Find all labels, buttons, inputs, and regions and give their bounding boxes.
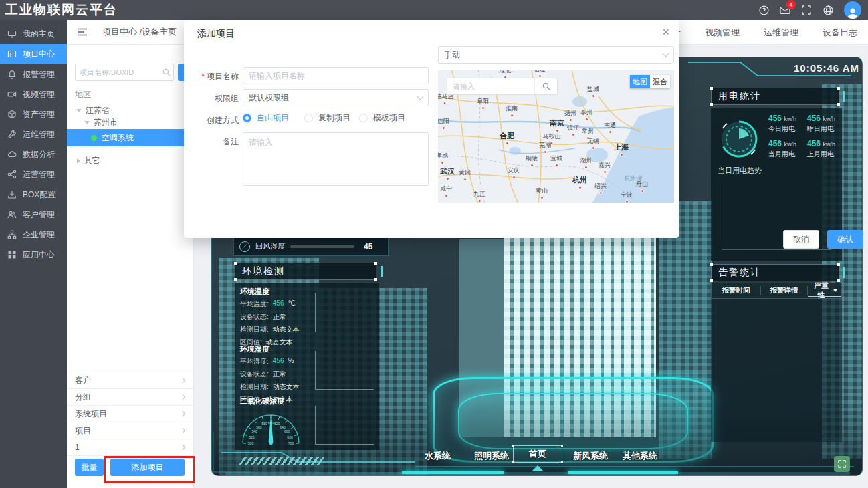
add-project-button[interactable]: 添加项目 <box>110 459 185 476</box>
sidebar-nav: 我的主页 项目中心 报警管理 视频管理 资产管理 运维管理 数据分析 运营管理 <box>0 20 67 488</box>
name-label: 项目名称 <box>191 71 239 82</box>
power-donut-gauge <box>716 116 762 162</box>
map-search-icon[interactable] <box>534 78 557 94</box>
return-air-slider[interactable] <box>290 245 354 248</box>
radio-template-project[interactable]: 模板项目 <box>359 112 405 124</box>
chevron-right-icon <box>180 411 185 416</box>
project-tree-panel: 地区 江苏省 苏州市 空调系统 其它 客户 分组 系统项目 项目 1 批量 添加… <box>67 45 194 488</box>
remark-label: 备注 <box>191 136 239 148</box>
cube-icon <box>7 110 17 119</box>
link-projects[interactable]: 项目 <box>67 422 193 439</box>
permission-group-select[interactable]: 默认权限组 <box>243 89 429 106</box>
tab-device-log[interactable]: 设备日志 <box>823 27 857 39</box>
map-search-input[interactable] <box>447 78 534 94</box>
link-one[interactable]: 1 <box>67 439 193 455</box>
tab-ops-mgmt[interactable]: 运维管理 <box>764 27 798 39</box>
tree-node-ac-system-selected[interactable]: 空调系统 <box>67 129 193 146</box>
fullscreen-icon[interactable] <box>801 5 812 15</box>
sidebar-item-alarms[interactable]: 报警管理 <box>0 64 67 84</box>
power-panel-body: 456 kw/h 今日用电 456 kw/h 昨日用电 456 kw/h 当月用… <box>711 108 842 261</box>
chevron-down-icon <box>417 94 424 100</box>
confirm-button[interactable]: 确认 <box>827 230 863 249</box>
share-nodes-icon <box>7 170 17 179</box>
alarm-table-body <box>711 299 842 442</box>
co2-title: 二氧化碳浓度 <box>240 396 284 406</box>
apps-grid-icon <box>7 250 17 259</box>
create-mode-label: 创建方式 <box>191 115 239 126</box>
link-system-projects[interactable]: 系统项目 <box>67 405 193 422</box>
language-globe-icon[interactable] <box>823 5 833 15</box>
sidebar-item-home[interactable]: 我的主页 <box>0 24 67 44</box>
tab-home[interactable]: 首页 <box>513 445 562 463</box>
env-humidity-title: 环境湿度 <box>240 344 269 354</box>
tab-other-system[interactable]: 其他系统 <box>623 450 657 462</box>
sidebar-item-ops[interactable]: 运维管理 <box>0 124 67 144</box>
tree-node-other[interactable]: 其它 <box>77 155 100 166</box>
radio-checked-icon <box>243 114 251 122</box>
location-map[interactable]: 淮北宿迁盐城阜阳淮南扬州泰州南京镇江常州南通驻马店信阳合肥马鞍山芜湖无锡上海孝感… <box>438 70 674 203</box>
tab-video-mgmt[interactable]: 视频管理 <box>705 27 740 39</box>
sidebar-item-apps[interactable]: 应用中心 <box>0 245 67 265</box>
tree-node-suzhou[interactable]: 苏州市 <box>84 117 118 128</box>
download-icon <box>7 190 17 199</box>
tab-fresh-air-system[interactable]: 新风系统 <box>573 450 608 462</box>
mode-select[interactable]: 手动 <box>438 46 674 64</box>
sitemap-icon <box>7 230 17 239</box>
tree-node-jiangsu[interactable]: 江苏省 <box>76 105 110 116</box>
caret-down-icon <box>84 121 90 124</box>
user-avatar[interactable] <box>844 1 861 19</box>
radio-icon <box>304 114 313 122</box>
modal-title: 添加项目 <box>197 28 235 40</box>
co2-gauge: 500520540560580600620640660680700 <box>236 406 306 447</box>
project-search-input[interactable] <box>76 68 160 76</box>
chevron-down-icon <box>663 51 669 57</box>
link-customers[interactable]: 客户 <box>67 372 193 388</box>
project-search-box <box>75 64 174 81</box>
sidebar-item-box-config[interactable]: BOX配置 <box>0 185 67 205</box>
hatch-stripes <box>239 457 324 465</box>
col-alarm-detail: 报警详情 <box>761 286 808 295</box>
map-type-hybrid-button[interactable]: 混合 <box>650 75 670 88</box>
tree-bottom-links: 客户 分组 系统项目 项目 1 批量 添加项目 <box>67 372 193 479</box>
users-icon <box>7 210 17 219</box>
cancel-button[interactable]: 取消 <box>783 230 819 249</box>
trend-label: 当日用电趋势 <box>718 166 762 176</box>
collapse-menu-icon[interactable] <box>78 28 88 36</box>
svg-text:500: 500 <box>248 441 254 445</box>
dashboard-fullscreen-button[interactable] <box>834 456 850 472</box>
svg-text:640: 640 <box>280 425 286 429</box>
close-icon[interactable]: × <box>662 25 669 39</box>
tab-lighting-system[interactable]: 照明系统 <box>474 450 509 462</box>
wrench-icon <box>7 130 17 139</box>
search-icon[interactable] <box>160 68 173 76</box>
map-search-box <box>447 78 558 95</box>
mail-icon[interactable]: 4 <box>780 5 790 15</box>
sidebar-item-analytics[interactable]: 数据分析 <box>0 144 67 164</box>
add-project-modal: 添加项目 × 项目名称 权限组 默认权限组 创建方式 自由项目 复制项目 模板项… <box>184 20 679 238</box>
app-root: 工业物联网云平台 4 我的主页 <box>0 0 868 488</box>
svg-text:540: 540 <box>252 429 258 433</box>
map-type-map-button[interactable]: 地图 <box>630 75 650 88</box>
caret-down-icon <box>76 109 82 112</box>
project-name-input[interactable] <box>243 67 429 84</box>
batch-button[interactable]: 批量 <box>75 459 104 476</box>
sidebar-item-customers[interactable]: 客户管理 <box>0 205 67 225</box>
sidebar-item-assets[interactable]: 资产管理 <box>0 104 67 124</box>
help-icon[interactable] <box>758 5 769 15</box>
remark-textarea[interactable] <box>243 132 429 186</box>
sidebar-item-enterprise[interactable]: 企业管理 <box>0 225 67 245</box>
radio-copy-project[interactable]: 复制项目 <box>304 112 350 124</box>
sidebar-item-projects[interactable]: 项目中心 <box>0 44 67 64</box>
sidebar-item-operations[interactable]: 运营管理 <box>0 164 67 185</box>
link-groups[interactable]: 分组 <box>67 388 193 405</box>
project-list-icon <box>7 49 17 59</box>
stat-today: 456 kw/h 今日用电 <box>768 114 796 134</box>
sidebar-item-video[interactable]: 视频管理 <box>0 84 67 104</box>
chevron-right-icon <box>180 445 185 450</box>
chevron-right-icon <box>180 394 185 400</box>
severity-filter-dropdown[interactable]: 严重性 <box>808 285 841 297</box>
radio-free-project[interactable]: 自由项目 <box>243 112 289 124</box>
chevron-right-icon <box>180 428 185 433</box>
breadcrumb: 项目中心 /设备主页 <box>102 26 177 38</box>
tab-water-system[interactable]: 水系统 <box>425 450 451 462</box>
